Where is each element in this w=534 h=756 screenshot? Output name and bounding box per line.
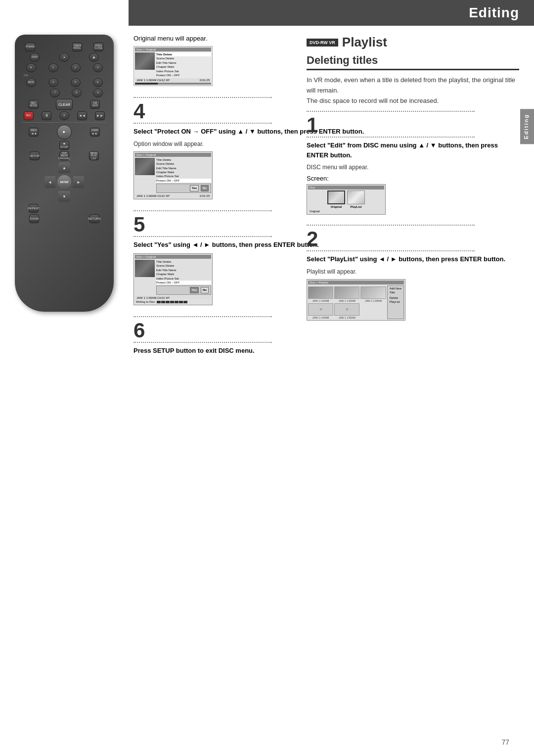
play-button[interactable]: ►: [57, 125, 72, 140]
screen-title-bar: Disc > Original: [135, 47, 211, 51]
remote-control: POWER TIMERPROG. OPEN CLOSE DISP ▲ ▲ ▼ 1…: [15, 35, 114, 312]
top-menu-original-button[interactable]: TOP MENUORIGINAL: [59, 151, 69, 160]
step6-dots2: [134, 342, 272, 343]
enter-center-button[interactable]: ENTER: [57, 175, 71, 189]
ch-down-button[interactable]: ▼: [26, 63, 36, 72]
step1-dots: [307, 111, 475, 112]
step4-thumbnail: [135, 158, 155, 175]
screen-progress: [135, 83, 211, 85]
playlist-item-2: JAN/ 1 1:20AM: [334, 286, 359, 302]
page-title: Editing: [469, 5, 519, 21]
rev-button[interactable]: REV ◄◄: [29, 128, 39, 137]
menu-playlist-button[interactable]: MENUPLAY LIST: [89, 151, 99, 160]
display-button[interactable]: DISP: [30, 53, 40, 62]
nav-left-button[interactable]: ◄: [44, 176, 55, 188]
disc-menu-options: Original PlayList: [308, 190, 384, 208]
btn-4[interactable]: 4: [48, 78, 58, 87]
playlist-label: PlayList: [350, 205, 361, 208]
timer-prog-button[interactable]: TIMERPROG.: [72, 43, 82, 51]
menu-item-title-delete: Title Delete: [156, 52, 211, 56]
menu-item-index-picture: Index Picture Set: [156, 69, 211, 73]
btn-9[interactable]: 9: [93, 89, 103, 97]
step1-screen-label: Screen:: [307, 175, 519, 182]
btn-6[interactable]: 6: [93, 78, 103, 87]
page-number: 77: [501, 738, 509, 746]
zoom-button[interactable]: ZOOM: [29, 214, 39, 223]
dialog-no-unsel: No: [201, 287, 209, 293]
step5-dialog: Yes No: [156, 285, 211, 294]
step2-dots: [307, 225, 475, 226]
original-menu-screen: Disc > Original Title Delete Scene Delet…: [134, 46, 213, 86]
step5-dots2: [134, 236, 272, 237]
step2-sub: Playlist will appear.: [307, 268, 519, 275]
btn-2[interactable]: 2: [71, 63, 81, 72]
remote-control-area: POWER TIMERPROG. OPEN CLOSE DISP ▲ ▲ ▼ 1…: [15, 35, 124, 322]
btn-0[interactable]: 0: [59, 111, 69, 120]
btn-1[interactable]: 1: [48, 63, 58, 72]
setup-button[interactable]: SETUP: [30, 151, 40, 160]
step6-dots: [134, 316, 272, 317]
fwd-button[interactable]: FWD ►►: [90, 128, 100, 137]
btn-7[interactable]: 7: [50, 89, 60, 97]
step4-dialog: Yes No: [156, 184, 211, 192]
step6-number: 6: [134, 320, 400, 341]
btn-5[interactable]: 5: [71, 78, 81, 87]
step4-info-bar: JAN/ 1 1:00AM CH12 XP 0:01:25: [135, 194, 211, 198]
step4-menu: Title Delete Scene Delete Edit Title Nam…: [156, 158, 211, 193]
dialog-yes-unsel: Yes: [190, 185, 199, 191]
original-label: Original: [331, 205, 342, 208]
cm-skip-button[interactable]: CM SKIP: [90, 100, 100, 109]
step6-instruction: Press SETUP button to exit DISC menu.: [134, 346, 400, 356]
step2-instruction: Select "PlayList" using ◄ / ► buttons, t…: [307, 254, 519, 264]
open-close-button[interactable]: OPEN CLOSE: [93, 43, 103, 51]
nav-down-button[interactable]: ▼: [58, 191, 70, 202]
progress-fill: [135, 83, 158, 85]
screen-info-bar: JAN/ 1 1:00AM CH12 XP 0:01:25: [135, 78, 211, 82]
step1-container: 1 Select "Edit" from DISC menu using ▲ /…: [307, 111, 519, 215]
step5-dots: [134, 210, 272, 211]
pause-button[interactable]: ⏸: [42, 111, 51, 120]
repeat-button[interactable]: REPEAT: [29, 204, 39, 213]
playlist-item-4: ☐ JAN/ 1 1:00AM: [308, 303, 333, 319]
deleting-titles-heading: Deleting titles: [307, 54, 519, 70]
stop-button[interactable]: ■ STOP: [59, 141, 69, 150]
step4-screen-title: Disc > Original: [135, 153, 211, 157]
step1-disc-screen: Disc Original PlayList Original: [307, 184, 386, 215]
playlist-thumb-img: [347, 190, 365, 204]
skip-fwd-button[interactable]: ►►: [95, 111, 105, 120]
screen-thumbnail: [135, 52, 155, 70]
playlist-grid-area: JAN/ 1 1:00AM JAN/ 1 1:20AM JAN/ 1 1:00A…: [308, 285, 386, 319]
playlist-side-menu: Add NewTitle DeletePlayList: [387, 285, 404, 319]
step4-dots2: [134, 123, 272, 124]
step5-thumbnail: [135, 260, 155, 277]
menu-item-protect: Protect ON→OFF: [156, 73, 211, 77]
page-header: Editing: [129, 0, 534, 26]
step2-container: 2 Select "PlayList" using ◄ / ► buttons,…: [307, 225, 519, 321]
clear-button[interactable]: CLEAR: [56, 99, 73, 110]
playlist-title: Playlist: [342, 35, 387, 50]
deleting-titles-description: In VR mode, even when a title is deleted…: [307, 75, 519, 106]
power-button[interactable]: POWER: [25, 43, 35, 51]
add-new-title: Add NewTitle: [390, 287, 401, 295]
btn-3[interactable]: 3: [93, 63, 103, 72]
step4-dots: [134, 97, 272, 98]
rec-mode-button[interactable]: REC MODE: [29, 100, 39, 109]
dialog-yes-sel: Yes: [190, 287, 199, 293]
skip-back-button[interactable]: ◄◄: [77, 111, 87, 120]
step5-menu: Title Delete Scene Delete Edit Title Nam…: [156, 260, 211, 295]
rec-button[interactable]: REC: [24, 111, 34, 120]
monitor-button[interactable]: MON: [26, 78, 36, 87]
return-button[interactable]: RETURN: [89, 214, 99, 223]
delete-playlist: DeletePlayList: [390, 296, 401, 304]
screen-menu: Title Delete Scene Delete Edit Title Nam…: [156, 52, 211, 77]
step6-container: 6 Press SETUP button to exit DISC menu.: [134, 316, 400, 356]
eject-button[interactable]: ▲: [89, 53, 99, 62]
step2-screen-title: Disc > Playlist: [308, 281, 404, 284]
playlist-header: DVD-RW VR Playlist: [307, 35, 519, 50]
nav-right-button[interactable]: ►: [73, 176, 84, 188]
playlist-item-5: ☐ JAN/ 1 1:00AM: [334, 303, 359, 319]
btn-8[interactable]: 8: [72, 89, 82, 97]
nav-up-button[interactable]: ▲: [58, 162, 70, 173]
menu-item-scene-delete: Scene Delete: [156, 56, 211, 60]
ch-up-button[interactable]: ▲: [59, 53, 69, 62]
